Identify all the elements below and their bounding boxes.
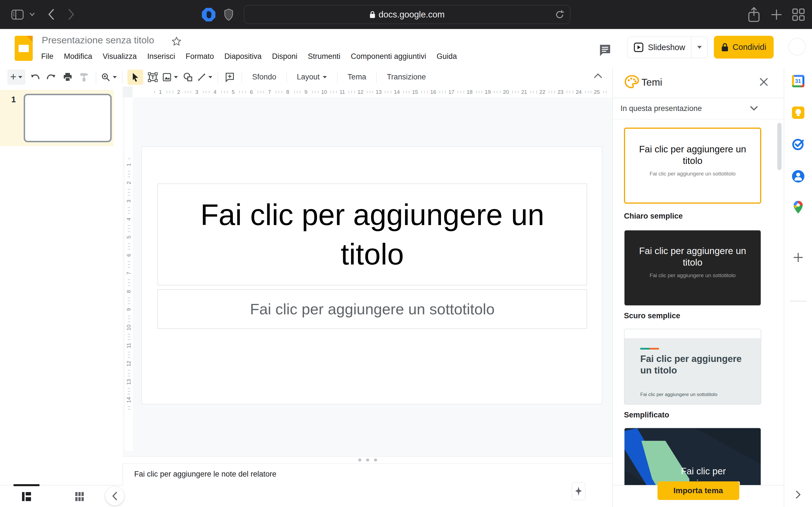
sidebar-dropdown-icon[interactable] [29, 12, 35, 16]
view-switcher-bar [0, 485, 123, 507]
insert-shape-button[interactable] [181, 69, 195, 85]
transition-button[interactable]: Transizione [382, 69, 431, 85]
forward-button-icon[interactable] [68, 8, 75, 20]
ruler-corner [123, 87, 133, 98]
theme-button[interactable]: Tema [343, 69, 371, 85]
star-icon[interactable] [171, 36, 182, 48]
sidebar-toggle-icon[interactable] [11, 10, 24, 20]
collapse-toolbar-icon[interactable] [594, 73, 602, 79]
insert-comment-button[interactable] [223, 69, 237, 85]
menu-inserisci[interactable]: Inserisci [147, 52, 175, 61]
menu-formato[interactable]: Formato [186, 52, 214, 61]
theme-preview-accent-dash [640, 348, 659, 349]
slideshow-button[interactable]: Slideshow [627, 37, 708, 58]
menu-strumenti[interactable]: Strumenti [308, 52, 341, 61]
slide-editing-area[interactable]: Fai clic per aggiungere un titolo Fai cl… [142, 147, 602, 404]
toolbar-separator [122, 71, 122, 83]
google-keep-icon[interactable] [792, 107, 804, 119]
in-this-presentation-row[interactable]: In questa presentazione [613, 98, 784, 119]
share-page-icon[interactable] [748, 7, 760, 22]
themes-panel-header: Temi [613, 68, 784, 98]
explore-sparkle-button[interactable] [572, 482, 585, 500]
speaker-notes-placeholder: Fai clic per aggiungere le note del rela… [134, 470, 276, 478]
chevron-left-icon [112, 492, 117, 501]
drag-dots-icon [358, 459, 377, 462]
address-bar[interactable]: docs.google.com [244, 5, 570, 24]
present-icon [634, 43, 644, 52]
speaker-notes-panel[interactable]: Fai clic per aggiungere le note del rela… [123, 464, 612, 507]
collapse-filmstrip-button[interactable] [105, 487, 124, 505]
toolbar-separator [96, 71, 96, 83]
notes-resize-handle[interactable] [123, 456, 612, 464]
redo-button[interactable] [45, 69, 58, 85]
active-view-indicator [13, 484, 40, 486]
slideshow-main[interactable]: Slideshow [628, 37, 691, 58]
background-button[interactable]: Sfondo [247, 69, 282, 85]
add-app-icon[interactable] [793, 252, 804, 264]
google-apps-sidebar: 31 [784, 68, 812, 507]
avatar[interactable] [788, 38, 806, 55]
theme-preview-title: Fai clic per aggiungere un titolo [633, 144, 752, 167]
slide-1-row[interactable]: 1 [0, 90, 114, 146]
panel-scrollbar[interactable] [777, 123, 781, 170]
menu-diapositiva[interactable]: Diapositiva [224, 52, 262, 61]
google-slides-logo[interactable] [15, 36, 33, 61]
caret-down-icon [322, 76, 327, 78]
menu-guida[interactable]: Guida [437, 52, 457, 61]
layout-button[interactable]: Layout [292, 69, 332, 85]
new-tab-icon[interactable] [770, 8, 783, 21]
extension-blocker-icon[interactable] [202, 8, 215, 21]
theme-card-semplificato[interactable]: Fai clic per aggiungere un titolo Fai cl… [624, 329, 761, 405]
chevron-down-icon [750, 106, 758, 112]
tab-overview-icon[interactable] [792, 8, 805, 21]
menu-disponi[interactable]: Disponi [272, 52, 297, 61]
theme-preview: Fai clic per aggiungere un titolo Fai cl… [625, 129, 760, 203]
toolbar-separator [218, 71, 218, 83]
filmstrip-view-icon[interactable] [21, 491, 32, 503]
close-panel-icon[interactable] [759, 77, 769, 88]
print-button[interactable] [61, 69, 74, 85]
menu-visualizza[interactable]: Visualizza [103, 52, 137, 61]
grid-view-icon[interactable] [74, 491, 85, 503]
text-box-button[interactable] [146, 69, 160, 85]
slide-filmstrip: 1 [0, 87, 123, 485]
zoom-button[interactable] [101, 69, 117, 85]
themes-panel: Temi In questa presentazione Fai clic pe… [612, 68, 784, 507]
insert-line-button[interactable] [197, 69, 213, 85]
google-tasks-icon[interactable] [792, 138, 805, 152]
caret-down-icon [174, 76, 178, 78]
reload-icon[interactable] [555, 9, 564, 20]
app-header: Presentazione senza titolo File Modifica… [0, 29, 812, 68]
theme-preview-header-strip [624, 329, 761, 338]
slideshow-dropdown[interactable] [691, 37, 707, 58]
document-title[interactable]: Presentazione senza titolo [42, 35, 154, 46]
menu-componenti-aggiuntivi[interactable]: Componenti aggiuntivi [351, 52, 426, 61]
undo-button[interactable] [28, 69, 42, 85]
menu-file[interactable]: File [41, 52, 54, 61]
title-placeholder-box[interactable]: Fai clic per aggiungere un titolo [158, 184, 587, 285]
back-button-icon[interactable] [47, 8, 55, 20]
theme-card-chiaro-semplice[interactable]: Fai clic per aggiungere un titolo Fai cl… [624, 128, 761, 204]
collapse-side-panel-icon[interactable] [796, 490, 801, 500]
new-slide-button[interactable]: + [7, 69, 26, 85]
subtitle-placeholder-box[interactable]: Fai clic per aggiungere un sottotitolo [158, 289, 587, 329]
plus-icon: + [10, 71, 16, 82]
select-tool-button[interactable] [128, 69, 143, 85]
google-contacts-icon[interactable] [792, 170, 804, 182]
google-slides-window: docs.google.com Presentazione senza tito… [0, 0, 812, 507]
toolbar: + [0, 68, 612, 87]
google-maps-icon[interactable] [793, 201, 803, 215]
paint-format-button[interactable] [77, 69, 91, 85]
caret-down-icon [112, 76, 117, 78]
menu-modifica[interactable]: Modifica [64, 52, 93, 61]
import-theme-button[interactable]: Importa tema [658, 482, 739, 500]
theme-card-scuro-semplice[interactable]: Fai clic per aggiungere un titolo Fai cl… [624, 230, 761, 306]
google-calendar-icon[interactable]: 31 [792, 75, 804, 87]
sparkle-icon [574, 486, 582, 496]
slide-1-thumbnail[interactable] [24, 94, 112, 142]
toolbar-separator [337, 71, 338, 83]
privacy-shield-icon[interactable] [224, 8, 234, 21]
comment-history-icon[interactable] [598, 44, 612, 58]
insert-image-button[interactable] [162, 69, 178, 85]
share-button[interactable]: Condividi [714, 36, 774, 59]
